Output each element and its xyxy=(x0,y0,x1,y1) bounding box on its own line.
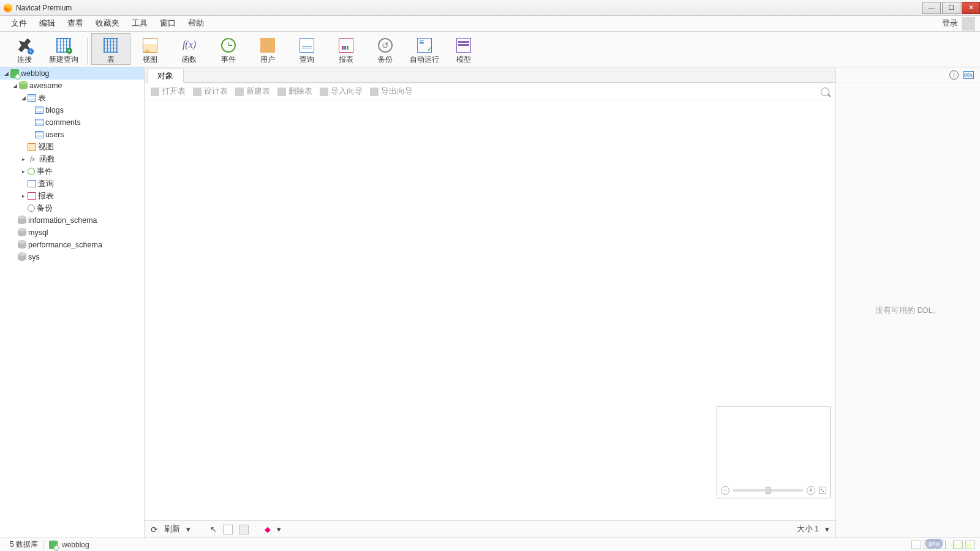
menu-window[interactable]: 窗口 xyxy=(154,16,182,31)
export-wizard-button[interactable]: 导出向导 xyxy=(370,86,413,97)
menu-favorites[interactable]: 收藏夹 xyxy=(89,16,126,31)
panel-toggle-1-icon[interactable] xyxy=(953,541,963,549)
pointer-tool-icon[interactable]: ↖ xyxy=(210,525,217,534)
tool-model[interactable]: 模型 xyxy=(444,33,483,65)
dropdown-icon[interactable]: ▾ xyxy=(825,525,829,534)
tool-connect[interactable]: 连接 xyxy=(5,33,44,65)
import-wizard-button[interactable]: 导入向导 xyxy=(320,86,363,97)
db-label: sys xyxy=(28,253,40,261)
table-label: users xyxy=(45,130,64,139)
tool-autorun[interactable]: 自动运行 xyxy=(405,33,444,65)
view-mode-grid-icon[interactable] xyxy=(911,541,921,549)
menu-view[interactable]: 查看 xyxy=(61,16,89,31)
design-table-button[interactable]: 设计表 xyxy=(193,86,228,97)
table-icon xyxy=(35,107,43,114)
tool-query[interactable]: 查询 xyxy=(287,33,326,65)
tab-objects[interactable]: 对象 xyxy=(147,69,184,83)
backup-icon xyxy=(378,38,393,53)
tree-tables[interactable]: ◢ 表 xyxy=(0,92,144,104)
tree-reports[interactable]: ▸ 报表 xyxy=(0,190,144,202)
layout-tool-1[interactable] xyxy=(223,525,233,534)
tree-db-awesome[interactable]: ◢ awesome xyxy=(0,80,144,92)
tool-backup[interactable]: 备份 xyxy=(366,33,405,65)
refresh-icon[interactable]: ⟳ xyxy=(151,525,158,534)
functions-label: 函数 xyxy=(39,154,55,165)
expand-icon[interactable]: ◢ xyxy=(11,83,18,89)
tool-view[interactable]: 视图 xyxy=(130,33,170,65)
connection-tree[interactable]: ◢ webblog ◢ awesome ◢ 表 blogs comments u… xyxy=(0,67,145,538)
db-label: awesome xyxy=(29,81,62,90)
user-icon xyxy=(260,38,275,53)
backups-label: 备份 xyxy=(37,203,53,214)
connection-icon xyxy=(10,69,19,78)
events-label: 事件 xyxy=(37,167,53,177)
tool-report[interactable]: 报表 xyxy=(326,33,366,65)
event-group-icon xyxy=(28,168,35,175)
tree-db-sys[interactable]: sys xyxy=(0,251,144,263)
statusbar: 5 数据库 webblog php 中文网 xyxy=(0,538,980,551)
database-icon xyxy=(19,82,28,89)
info-tab-icon[interactable]: i xyxy=(949,70,959,80)
zoom-slider[interactable] xyxy=(733,489,803,492)
tool-user[interactable]: 用户 xyxy=(248,33,287,65)
menu-file[interactable]: 文件 xyxy=(5,16,33,31)
table-group-icon xyxy=(28,94,36,102)
login-link[interactable]: 登录 xyxy=(942,18,958,29)
delete-table-button[interactable]: 删除表 xyxy=(277,86,312,97)
expand-icon[interactable]: ▸ xyxy=(20,156,27,162)
table-icon xyxy=(104,38,118,53)
tool-new-query[interactable]: 新建查询 xyxy=(44,33,83,65)
tree-db-information-schema[interactable]: information_schema xyxy=(0,214,144,227)
zoom-out-button[interactable]: − xyxy=(721,486,729,495)
new-table-icon xyxy=(235,88,244,96)
expand-button[interactable]: ⤡ xyxy=(819,487,826,494)
minimize-button[interactable]: — xyxy=(922,2,941,14)
close-button[interactable]: ✕ xyxy=(962,2,980,14)
dropdown-icon[interactable]: ▾ xyxy=(186,525,190,534)
dropdown-icon[interactable]: ▾ xyxy=(277,525,281,534)
tree-table-users[interactable]: users xyxy=(0,129,144,141)
query-group-icon xyxy=(28,180,36,187)
tree-table-blogs[interactable]: blogs xyxy=(0,104,144,116)
toolbar-divider xyxy=(87,38,88,65)
refresh-button[interactable]: 刷新 xyxy=(164,524,180,534)
tree-queries[interactable]: ▸ 查询 xyxy=(0,178,144,190)
tree-functions[interactable]: ▸ fx 函数 xyxy=(0,153,144,165)
tool-table[interactable]: 表 xyxy=(91,33,130,65)
tree-table-comments[interactable]: comments xyxy=(0,116,144,129)
menu-tools[interactable]: 工具 xyxy=(126,16,154,31)
tree-connection[interactable]: ◢ webblog xyxy=(0,67,144,80)
tool-event[interactable]: 事件 xyxy=(209,33,248,65)
maximize-button[interactable]: ☐ xyxy=(942,2,960,14)
menu-edit[interactable]: 编辑 xyxy=(33,16,61,31)
tree-views[interactable]: ▸ 视图 xyxy=(0,141,144,153)
menu-help[interactable]: 帮助 xyxy=(182,16,210,31)
ddl-tab-icon[interactable]: DDL xyxy=(963,71,974,79)
object-canvas[interactable]: − + ⤡ xyxy=(145,100,835,520)
layout-tool-2[interactable] xyxy=(239,525,249,534)
open-table-button[interactable]: 打开表 xyxy=(151,86,186,97)
color-tool-icon[interactable]: ◆ xyxy=(265,525,271,534)
tool-function[interactable]: f(x) 函数 xyxy=(170,33,209,65)
tree-db-mysql[interactable]: mysql xyxy=(0,227,144,239)
tree-backups[interactable]: ▸ 备份 xyxy=(0,202,144,214)
minimap[interactable]: − + ⤡ xyxy=(717,407,831,498)
panel-toggle-2-icon[interactable] xyxy=(965,541,975,549)
search-icon[interactable] xyxy=(821,88,829,96)
expand-icon[interactable]: ◢ xyxy=(2,70,10,77)
zoom-in-button[interactable]: + xyxy=(807,486,815,495)
expand-icon[interactable]: ▸ xyxy=(20,168,27,174)
table-label: comments xyxy=(45,118,81,127)
size-label[interactable]: 大小 1 xyxy=(797,524,819,534)
expand-icon[interactable]: ◢ xyxy=(20,95,27,101)
avatar-icon[interactable] xyxy=(962,17,975,31)
main-toolbar: 连接 新建查询 表 视图 f(x) 函数 事件 用户 查询 报表 备份 自动运行 xyxy=(0,32,980,67)
tree-events[interactable]: ▸ 事件 xyxy=(0,165,144,178)
export-icon xyxy=(370,88,379,96)
tree-db-performance-schema[interactable]: performance_schema xyxy=(0,239,144,251)
new-table-button[interactable]: 新建表 xyxy=(235,86,270,97)
database-icon xyxy=(18,217,26,224)
db-label: mysql xyxy=(28,228,48,237)
expand-icon[interactable]: ▸ xyxy=(20,193,27,199)
main-content: 对象 打开表 设计表 新建表 删除表 导入向导 导出向导 − + ⤡ xyxy=(145,67,835,538)
